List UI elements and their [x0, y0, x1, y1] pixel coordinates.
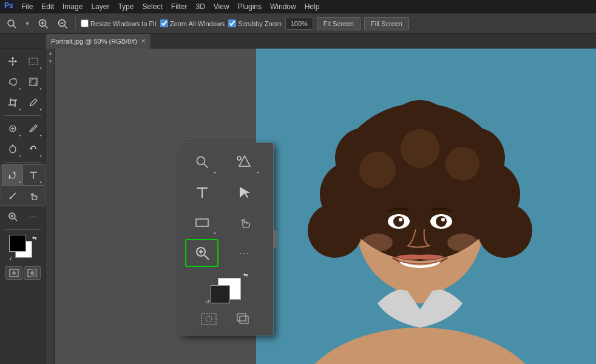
svg-point-51 — [393, 216, 404, 227]
popup-mask-mode-btn[interactable] — [192, 308, 226, 330]
zoom-all-windows-checkbox[interactable] — [160, 19, 168, 27]
svg-point-46 — [478, 203, 532, 258]
hand-tool-btn[interactable] — [23, 186, 43, 206]
menu-window[interactable]: Window — [266, 1, 300, 12]
popup-hand-tool[interactable] — [228, 209, 262, 237]
main-layout: ▸ ▸ ▸ — [0, 49, 596, 364]
popup-type-tool[interactable] — [185, 178, 218, 206]
menu-select[interactable]: Select — [138, 1, 166, 12]
tab-bar: Portrait.jpg @ 50% (RGB/8#) ✕ — [0, 34, 596, 49]
app-logo: Ps — [2, 1, 13, 12]
svg-line-1 — [13, 25, 16, 28]
zoom-all-windows-label[interactable]: Zoom All Windows — [160, 19, 225, 27]
left-toolbar: ▸ ▸ ▸ — [0, 49, 46, 364]
toolbar-row-2: ▸ ▸ — [1, 72, 45, 92]
menu-image[interactable]: Image — [58, 1, 87, 12]
popup-search-tool[interactable]: ▸ — [185, 148, 218, 176]
popup-arrange-btn[interactable] — [228, 308, 262, 330]
tb-sep-3 — [5, 229, 41, 230]
svg-rect-67 — [201, 314, 216, 325]
portrait-svg — [256, 49, 596, 364]
svg-point-56 — [362, 234, 393, 252]
fill-screen-btn[interactable]: Fill Screen — [364, 17, 409, 30]
brush-btn[interactable]: ▸ — [23, 118, 43, 138]
scrubby-zoom-label[interactable]: Scrubby Zoom — [228, 19, 282, 27]
options-bar: ▼ Resize Windows to Fit Zoom All Windows… — [0, 13, 596, 34]
popup-zoom-tool[interactable] — [185, 239, 218, 267]
eyedropper-btn[interactable]: ▸ — [23, 92, 43, 112]
svg-rect-62 — [196, 219, 208, 226]
zoom-tool-icon-btn[interactable] — [4, 16, 19, 32]
scrubby-zoom-checkbox[interactable] — [228, 19, 236, 27]
quickmask-row — [5, 266, 41, 280]
color-swatches: ⇆ — [9, 235, 37, 263]
svg-point-18 — [30, 104, 31, 106]
svg-point-49 — [401, 129, 439, 168]
popup-selection-tool[interactable] — [228, 178, 262, 206]
more-tools-btn[interactable]: ··· — [23, 206, 43, 226]
fit-screen-btn[interactable]: Fit Screen — [317, 17, 361, 30]
lasso-tool-btn[interactable]: ▸ — [2, 72, 22, 92]
pen-tool-btn[interactable]: ▸ — [2, 165, 22, 185]
popup-rect-tool[interactable]: ▸ — [185, 209, 218, 237]
move-tool-btn[interactable] — [2, 51, 22, 71]
zoom-in-btn[interactable] — [35, 16, 51, 32]
object-select-btn[interactable]: ▸ — [23, 72, 43, 92]
menu-type[interactable]: Type — [113, 1, 138, 12]
resize-windows-label[interactable]: Resize Windows to Fit — [81, 19, 157, 27]
zoom-value-input[interactable] — [285, 18, 313, 30]
zoom-tool-btn[interactable] — [2, 206, 22, 226]
resize-windows-checkbox[interactable] — [81, 19, 89, 27]
clone-stamp-btn[interactable]: ▸ — [2, 139, 22, 159]
menu-file[interactable]: File — [17, 1, 37, 12]
svg-point-52 — [399, 218, 402, 221]
history-brush-btn[interactable]: ▸ — [23, 139, 43, 159]
popup-reset-colors[interactable]: ↺ — [206, 299, 210, 305]
reset-colors-btn[interactable] — [9, 255, 15, 263]
popup-swap-colors[interactable]: ⇆ — [243, 272, 248, 278]
path-select-btn[interactable] — [2, 186, 22, 206]
menu-help[interactable]: Help — [300, 1, 324, 12]
svg-rect-70 — [240, 316, 248, 323]
menu-layer[interactable]: Layer — [87, 1, 113, 12]
scroll-up-arrow[interactable]: ▲ — [46, 49, 55, 57]
zoom-mode-dropdown[interactable]: ▼ — [23, 16, 32, 32]
quick-mask-btn[interactable] — [24, 266, 41, 280]
svg-point-34 — [30, 271, 34, 275]
foreground-color-swatch[interactable] — [9, 235, 26, 252]
svg-line-27 — [15, 218, 17, 221]
healing-btn[interactable]: ▸ — [2, 118, 22, 138]
menu-view[interactable]: View — [209, 1, 234, 12]
menu-3d[interactable]: 3D — [191, 1, 209, 12]
svg-line-59 — [204, 164, 208, 168]
document-tab[interactable]: Portrait.jpg @ 50% (RGB/8#) ✕ — [46, 34, 151, 49]
opt-sep-1 — [75, 17, 76, 30]
tab-close-btn[interactable]: ✕ — [141, 38, 146, 44]
canvas-scroll-left[interactable]: ▲ ▼ — [46, 49, 55, 364]
menu-edit[interactable]: Edit — [37, 1, 58, 12]
popup-resize-handle[interactable] — [273, 230, 277, 248]
tb-sep-1 — [5, 115, 41, 116]
svg-rect-11 — [29, 58, 38, 64]
svg-line-64 — [205, 255, 209, 260]
scroll-down-arrow[interactable]: ▼ — [46, 57, 55, 66]
popup-ellipsis-tool[interactable]: ··· — [228, 239, 262, 267]
toolbar-row-1: ▸ — [1, 51, 45, 71]
crop-tool-btn[interactable]: ▸ — [2, 92, 22, 112]
svg-point-60 — [237, 157, 241, 160]
toolbar-row-5: ▸ ▸ — [1, 139, 45, 159]
zoom-out-btn[interactable] — [55, 16, 70, 32]
menu-plugins[interactable]: Plugins — [234, 1, 266, 12]
swap-colors-btn[interactable]: ⇆ — [32, 235, 37, 241]
popup-shape-tool[interactable]: ▸ — [228, 148, 262, 176]
menu-filter[interactable]: Filter — [167, 1, 192, 12]
standard-mode-btn[interactable] — [5, 266, 22, 280]
svg-line-7 — [65, 25, 67, 28]
canvas-area: ▲ ▼ — [46, 49, 596, 364]
svg-point-55 — [441, 218, 445, 221]
popup-fg-swatch[interactable] — [211, 285, 230, 303]
type-tool-btn[interactable]: ▸ — [23, 165, 43, 185]
marquee-tool-btn[interactable]: ▸ — [23, 51, 43, 71]
toolbar-row-3: ▸ ▸ — [1, 92, 45, 112]
svg-point-54 — [436, 216, 447, 227]
